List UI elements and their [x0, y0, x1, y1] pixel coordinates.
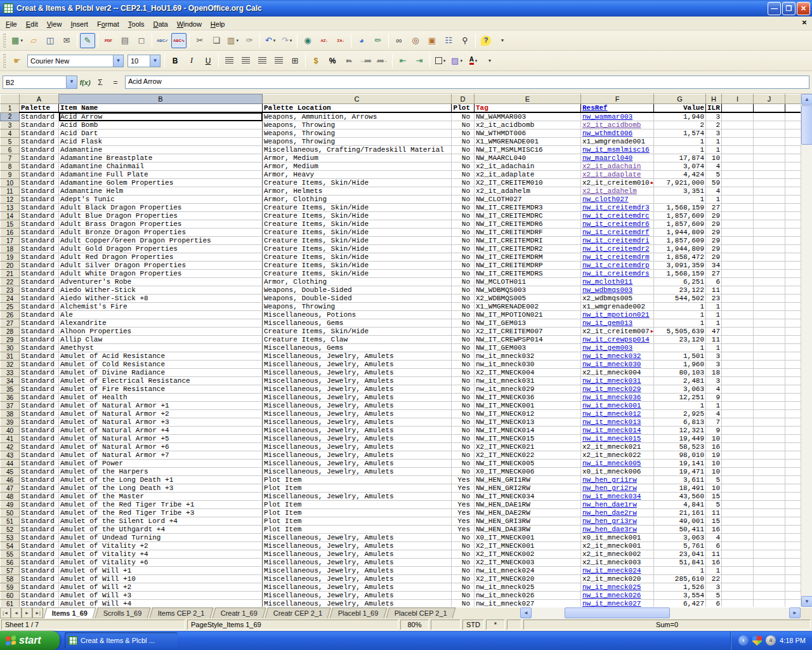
cell[interactable]: [754, 187, 785, 196]
cell[interactable]: [785, 278, 801, 286]
cell[interactable]: No: [452, 394, 475, 402]
cell[interactable]: 29: [706, 253, 722, 262]
cell[interactable]: Plot Item: [263, 517, 452, 526]
cell[interactable]: 1,960: [654, 361, 706, 369]
cell[interactable]: [785, 526, 801, 534]
cell[interactable]: [722, 501, 754, 509]
cell[interactable]: Miscellaneous, Jewelry, Amulets: [263, 451, 452, 460]
cell[interactable]: 21,161: [654, 509, 706, 517]
cell[interactable]: Weapons, Throwing: [263, 303, 452, 311]
cell[interactable]: [754, 484, 785, 493]
menu-item-format[interactable]: Format: [93, 18, 124, 30]
row-header[interactable]: 31: [1, 352, 20, 361]
scroll-up-icon[interactable]: ▲: [801, 94, 812, 105]
cell[interactable]: 34: [706, 262, 722, 270]
cell[interactable]: 29: [706, 237, 722, 245]
cell[interactable]: Amulet of Will +10: [59, 575, 263, 583]
cell[interactable]: 4: [706, 187, 722, 196]
cell[interactable]: NW_IT_CREITEMDRC: [475, 212, 581, 220]
cell[interactable]: 43,560: [654, 493, 706, 501]
cell[interactable]: 1,568,159: [654, 270, 706, 278]
row-header[interactable]: 2: [1, 112, 20, 121]
cell[interactable]: 27: [706, 204, 722, 212]
row-header[interactable]: 1: [1, 104, 20, 113]
bold-button[interactable]: B: [167, 53, 183, 69]
cell[interactable]: [754, 328, 785, 336]
cell[interactable]: nw_it_mneck026: [581, 592, 654, 600]
cell[interactable]: nw_cloth027: [581, 196, 654, 204]
row-header[interactable]: 44: [1, 460, 20, 468]
column-header-H[interactable]: H: [706, 95, 722, 104]
cell-reference[interactable]: B2: [3, 79, 66, 86]
cell[interactable]: [754, 550, 785, 559]
cell[interactable]: Adult Gold Dragon Properties: [59, 245, 263, 253]
cell[interactable]: 23,041: [654, 550, 706, 559]
cell[interactable]: 1: [706, 146, 722, 154]
cell[interactable]: [785, 212, 801, 220]
row-header[interactable]: 22: [1, 278, 20, 286]
cell[interactable]: [785, 154, 801, 162]
cell[interactable]: [722, 369, 754, 377]
cell[interactable]: [754, 286, 785, 295]
cell[interactable]: Adult Black Dragon Properties: [59, 204, 263, 212]
cell[interactable]: Standard: [20, 336, 59, 344]
add-decimal-button[interactable]: →.000: [358, 53, 373, 69]
cell[interactable]: [722, 484, 754, 493]
cell[interactable]: Yes: [452, 501, 475, 509]
cell[interactable]: 3,063: [654, 534, 706, 542]
cell[interactable]: [785, 352, 801, 361]
cell[interactable]: Adult Blue Dragon Properties: [59, 212, 263, 220]
cell[interactable]: 4: [706, 410, 722, 418]
cell[interactable]: No: [452, 245, 475, 253]
cell[interactable]: [785, 451, 801, 460]
cell[interactable]: Standard: [20, 278, 59, 286]
cell[interactable]: 59: [706, 179, 722, 187]
menu-item-data[interactable]: Data: [148, 18, 172, 30]
cell[interactable]: No: [452, 435, 475, 443]
cell[interactable]: 22: [706, 575, 722, 583]
cell[interactable]: Miscellaneous, Jewelry, Amulets: [263, 410, 452, 418]
cell[interactable]: No: [452, 303, 475, 311]
header-cell[interactable]: Value: [654, 104, 706, 113]
cell[interactable]: nw_it_mneck026: [475, 592, 581, 600]
cell[interactable]: X2_IT_MNECK022: [475, 451, 581, 460]
cell[interactable]: 1: [654, 311, 706, 319]
cell[interactable]: 1: [654, 402, 706, 410]
cell[interactable]: Standard: [20, 460, 59, 468]
cell[interactable]: 23: [706, 295, 722, 303]
row-header[interactable]: 33: [1, 369, 20, 377]
cell[interactable]: Miscellaneous, Jewelry, Amulets: [263, 583, 452, 592]
minimize-button[interactable]: —: [768, 2, 781, 15]
cell[interactable]: Amethyst: [59, 344, 263, 352]
cell[interactable]: 5: [706, 476, 722, 484]
cell[interactable]: nw_it_mneck015: [581, 435, 654, 443]
cell[interactable]: [754, 196, 785, 204]
cell[interactable]: NW_HEN_GRI2RW: [475, 484, 581, 493]
cell[interactable]: [722, 121, 754, 129]
cell[interactable]: No: [452, 550, 475, 559]
cell[interactable]: X0_IT_MNECK006: [475, 468, 581, 476]
cell[interactable]: No: [452, 575, 475, 583]
cell[interactable]: No: [452, 138, 475, 146]
cell[interactable]: NW_MAARCL040: [475, 154, 581, 162]
cell[interactable]: NW_WTHMDT006: [475, 129, 581, 138]
cell[interactable]: [754, 146, 785, 154]
edit-file-button[interactable]: ✎: [80, 33, 95, 48]
cell[interactable]: 10: [706, 460, 722, 468]
cell[interactable]: Standard: [20, 352, 59, 361]
sheet-tab-placebl-cep-2-1[interactable]: Placebl CEP 2_1: [386, 607, 455, 618]
cell[interactable]: Creature Items, Skin/Hide: [263, 237, 452, 245]
cell[interactable]: [754, 443, 785, 451]
cell[interactable]: Creature Items, Skin/Hide: [263, 220, 452, 229]
cell[interactable]: 19,471: [654, 468, 706, 476]
cell[interactable]: Creature Items, Skin/Hide: [263, 262, 452, 270]
row-header[interactable]: 27: [1, 319, 20, 328]
cell[interactable]: NW_IT_GEM013: [475, 319, 581, 328]
cell[interactable]: 29: [706, 245, 722, 253]
cell[interactable]: [722, 204, 754, 212]
cell[interactable]: nw_hen_gri3rw: [581, 517, 654, 526]
row-header[interactable]: 26: [1, 311, 20, 319]
cell[interactable]: 3,554: [654, 592, 706, 600]
cell[interactable]: Standard: [20, 361, 59, 369]
cell[interactable]: 1,857,609: [654, 212, 706, 220]
